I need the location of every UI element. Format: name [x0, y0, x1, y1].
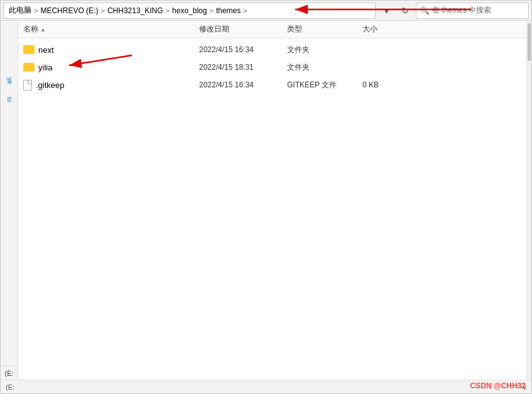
file-row-next[interactable]: next 2022/4/15 16:34 文件夹	[18, 41, 526, 58]
file-name-next: next	[23, 45, 199, 55]
breadcrumb-computer[interactable]: 此电脑	[9, 5, 31, 16]
col-header-type[interactable]: 类型	[287, 24, 362, 35]
file-date-next: 2022/4/15 16:34	[199, 45, 287, 54]
file-date-gitkeep: 2022/4/15 16:34	[199, 80, 287, 89]
file-type-gitkeep: GITKEEP 文件	[287, 80, 362, 90]
sep-1: >	[100, 7, 104, 14]
file-name-yilia: yilia	[23, 63, 199, 72]
file-row-yilia[interactable]: yilia 2022/4/15 18:31 文件夹	[18, 58, 526, 76]
file-type-yilia: 文件夹	[287, 62, 362, 73]
sep-2: >	[166, 7, 170, 14]
col-header-size[interactable]: 大小	[362, 24, 413, 35]
breadcrumb-hexo[interactable]: hexo_blog	[172, 6, 207, 15]
main-layout: ail. rs (E: 名称 ▲ 修改日期 类型 大小	[1, 21, 531, 380]
file-name-gitkeep: .gitkeep	[23, 80, 199, 90]
status-bar: (E: v	[1, 380, 531, 393]
scrollbar-thumb[interactable]	[528, 23, 531, 61]
vertical-scrollbar[interactable]	[526, 21, 531, 380]
sidebar-nav-ail[interactable]: ail.	[6, 76, 13, 84]
explorer-window: 此电脑 > MECHREVO (E:) > CHH3213_KING > hex…	[0, 0, 532, 394]
dropdown-button[interactable]: ▾	[378, 3, 394, 19]
sidebar-nav-rs[interactable]: rs	[6, 97, 13, 102]
file-icon-gitkeep	[23, 80, 32, 90]
breadcrumb-drive[interactable]: MECHREVO (E:)	[40, 6, 98, 15]
sep-0: >	[34, 7, 38, 14]
search-placeholder: 在 themes 中搜索	[432, 5, 491, 16]
col-header-name[interactable]: 名称 ▲	[23, 24, 199, 35]
breadcrumb-path[interactable]: 此电脑 > MECHREVO (E:) > CHH3213_KING > hex…	[3, 3, 376, 19]
watermark: CSDN @CHH32	[470, 381, 526, 390]
file-row-gitkeep[interactable]: .gitkeep 2022/4/15 16:34 GITKEEP 文件 0 KB	[18, 76, 526, 94]
refresh-button[interactable]: ↻	[397, 3, 413, 19]
sep-3: >	[209, 7, 213, 14]
empty-space	[18, 94, 526, 314]
breadcrumb-themes: themes	[216, 6, 241, 15]
search-icon: 🔍	[420, 6, 430, 15]
file-date-yilia: 2022/4/15 18:31	[199, 63, 287, 72]
left-sidebar: ail. rs (E:	[1, 21, 18, 380]
sep-4: >	[243, 7, 247, 14]
folder-icon-next	[23, 45, 35, 54]
breadcrumb-king[interactable]: CHH3213_KING	[107, 6, 163, 15]
search-box[interactable]: 🔍 在 themes 中搜索	[416, 3, 529, 19]
address-bar: 此电脑 > MECHREVO (E:) > CHH3213_KING > hex…	[1, 1, 531, 21]
folder-icon-yilia	[23, 63, 35, 72]
col-header-date[interactable]: 修改日期	[199, 24, 287, 35]
file-list: next 2022/4/15 16:34 文件夹 yilia 2022/4/15…	[18, 38, 526, 380]
file-content-area: 名称 ▲ 修改日期 类型 大小 next	[18, 21, 526, 380]
file-type-next: 文件夹	[287, 45, 362, 55]
sidebar-bottom-label[interactable]: (E:	[1, 366, 18, 380]
file-size-gitkeep: 0 KB	[362, 80, 413, 89]
column-headers: 名称 ▲ 修改日期 类型 大小	[18, 21, 526, 38]
status-left: (E:	[6, 383, 14, 391]
